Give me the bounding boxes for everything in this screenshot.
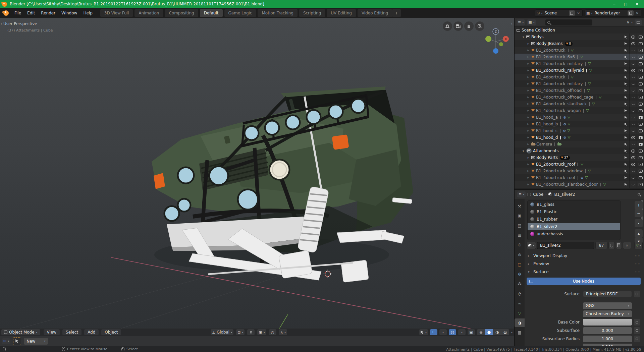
material-slot-b1-plastic[interactable]: B1_Plastic <box>528 208 620 216</box>
properties-tab-object-data[interactable]: ▽ <box>515 309 525 317</box>
panel-viewport-display[interactable]: ▸ Viewport Display :::: <box>525 252 644 259</box>
keyframe-dot-button[interactable] <box>634 291 640 297</box>
outliner-row-b1-hood-c[interactable]: ▶B1_hood_c⚙▽✕ <box>515 127 644 134</box>
shading-dropdown[interactable]: ▾ <box>511 331 513 334</box>
render-visibility-toggle[interactable]: ✕ <box>637 168 644 174</box>
properties-tab-material[interactable]: ◑ <box>515 318 525 327</box>
workspace-tab-motion-tracking[interactable]: Motion Tracking <box>258 9 297 17</box>
visibility-toggle[interactable] <box>629 47 637 54</box>
mode-dropdown[interactable]: Object Mode ▾ <box>1 329 40 335</box>
subsurface-slider[interactable]: 0.000 <box>583 327 632 334</box>
outliner-row-attachments[interactable]: ▾Attachments✕ <box>515 148 644 154</box>
subsurface-radius-x[interactable]: 1.000 <box>583 336 632 342</box>
selectable-toggle[interactable] <box>622 87 629 94</box>
expand-toggle-icon[interactable]: ▾ <box>522 36 525 39</box>
gizmo-dropdown[interactable]: ▾ <box>439 329 447 335</box>
render-visibility-toggle[interactable]: ✕ <box>637 107 644 114</box>
render-visibility-toggle[interactable]: ● <box>637 114 644 121</box>
pivot-point-dropdown[interactable]: ⊡▾ <box>236 329 245 335</box>
visibility-toggle[interactable] <box>629 74 637 80</box>
gizmo-y-axis[interactable] <box>485 36 491 42</box>
selectable-toggle[interactable] <box>622 121 629 127</box>
gizmo-z-neg-axis[interactable] <box>493 48 498 54</box>
workspace-tab-animation[interactable]: Animation <box>135 9 163 17</box>
select-mode-dropdown[interactable]: New ▾ <box>24 338 48 345</box>
visibility-toggle[interactable] <box>629 54 637 60</box>
render-visibility-toggle[interactable]: ✕ <box>637 54 644 60</box>
outliner-row-body-parts[interactable]: ▸Body Parts37✕ <box>515 154 644 161</box>
shading-solid-button[interactable]: ● <box>485 329 493 335</box>
outliner-display-mode-dropdown[interactable]: ▦▾ <box>527 19 536 25</box>
render-visibility-toggle[interactable]: ✕ <box>637 161 644 168</box>
overlays-dropdown[interactable]: ▾ <box>458 329 466 335</box>
renderlayer-selector[interactable]: ▦▾ RenderLayer ✕ <box>585 9 641 17</box>
visibility-toggle[interactable] <box>629 141 637 148</box>
snap-with-dropdown[interactable]: ▣▾ <box>257 329 266 335</box>
visibility-toggle[interactable] <box>629 161 637 168</box>
pan-view-button[interactable] <box>464 21 474 31</box>
outliner-row-bodys[interactable]: ▾Bodys✕ <box>515 34 644 40</box>
toggle-perspective-button[interactable] <box>443 21 452 31</box>
base-color-swatch[interactable] <box>583 319 632 326</box>
selectable-toggle[interactable] <box>622 114 629 121</box>
menu-window[interactable]: Window <box>58 9 80 17</box>
visibility-toggle[interactable] <box>629 174 637 181</box>
visibility-toggle[interactable] <box>629 154 637 161</box>
outliner-row-b1-hood-b[interactable]: ▶B1_hood_b⚙▽✕ <box>515 121 644 127</box>
workspace-tab-default[interactable]: Default <box>200 9 223 17</box>
material-slot-b1-rubber[interactable]: B1_rubber <box>528 216 620 223</box>
outliner-row-b1-4doortruck-roof[interactable]: ▶B1_4doortruck_roof⚙▽✕ <box>515 174 644 181</box>
zoom-view-button[interactable] <box>475 21 484 31</box>
render-visibility-toggle[interactable]: ✕ <box>637 60 644 67</box>
new-scene-button[interactable] <box>569 10 575 16</box>
xray-toggle[interactable]: ▣ <box>468 329 475 335</box>
visibility-toggle[interactable] <box>629 181 637 188</box>
selectable-toggle[interactable] <box>622 154 629 161</box>
shader-selector[interactable]: Principled BSDF <box>583 291 632 297</box>
use-nodes-button[interactable]: Use Nodes <box>527 278 641 285</box>
render-visibility-toggle[interactable]: ✕ <box>637 181 644 188</box>
filter-icon[interactable]: ∇ <box>627 20 629 24</box>
material-name-field[interactable]: B1_silver2 <box>537 242 594 249</box>
visibility-toggle[interactable] <box>629 121 637 127</box>
distribution-dropdown[interactable]: GGX▾ <box>583 302 632 309</box>
selectable-toggle[interactable] <box>622 67 629 74</box>
snap-toggle[interactable]: ∪ <box>247 329 255 335</box>
selectable-toggle[interactable] <box>622 134 629 141</box>
selectable-toggle[interactable] <box>622 174 629 181</box>
render-visibility-toggle[interactable]: ✕ <box>637 40 644 47</box>
render-visibility-toggle[interactable]: ✕ <box>637 174 644 181</box>
workspace-tab-compositing[interactable]: Compositing <box>165 9 198 17</box>
toolbar-expand-icon[interactable]: › <box>1 21 2 26</box>
pin-icon[interactable] <box>638 193 640 195</box>
outliner-editor-type-dropdown[interactable]: ≡▾ <box>517 19 525 25</box>
render-visibility-toggle[interactable]: ✕ <box>637 121 644 127</box>
scene-selector[interactable]: ☉▾ Scene ✕ <box>535 9 583 17</box>
visibility-toggle[interactable] <box>629 114 637 121</box>
proportional-falloff-dropdown[interactable]: ∧▾ <box>279 329 287 335</box>
sidebar-expand-icon[interactable]: ‹ <box>511 21 513 26</box>
render-visibility-toggle[interactable]: ✕ <box>637 94 644 101</box>
viewport-menu-add[interactable]: Add <box>84 329 99 335</box>
outliner-row-b1-hood-d[interactable]: ▶B1_hood_d⚙▽● <box>515 134 644 141</box>
gizmo-y-neg-axis[interactable] <box>499 42 503 46</box>
show-overlays-toggle[interactable]: ◎ <box>449 329 456 335</box>
selectable-toggle[interactable] <box>622 94 629 101</box>
render-visibility-toggle[interactable]: ✕ <box>637 80 644 87</box>
new-renderlayer-button[interactable] <box>628 10 634 16</box>
menu-edit[interactable]: Edit <box>24 9 38 17</box>
render-visibility-toggle[interactable]: ✕ <box>637 74 644 80</box>
orientation-dropdown[interactable]: ∠ Global ▾ <box>211 329 233 335</box>
expand-toggle-icon[interactable]: ▾ <box>522 150 525 153</box>
editor-type-dropdown[interactable]: ⊞▾ <box>2 338 10 344</box>
properties-tab-object[interactable]: ▢ <box>515 260 525 269</box>
workspace-tab-uv-editing[interactable]: UV Editing <box>327 9 356 17</box>
add-slot-button[interactable]: + <box>635 201 643 209</box>
selectable-toggle[interactable] <box>622 141 629 148</box>
link-material-dropdown[interactable]: ▽▾ <box>634 242 643 249</box>
visibility-toggle[interactable] <box>629 60 637 67</box>
selectable-toggle[interactable] <box>622 101 629 107</box>
viewport-3d[interactable]: › ‹ User Perspective (37) Attachments | … <box>0 18 515 346</box>
fake-user-button[interactable] <box>608 242 615 249</box>
remove-slot-button[interactable]: − <box>635 209 643 217</box>
